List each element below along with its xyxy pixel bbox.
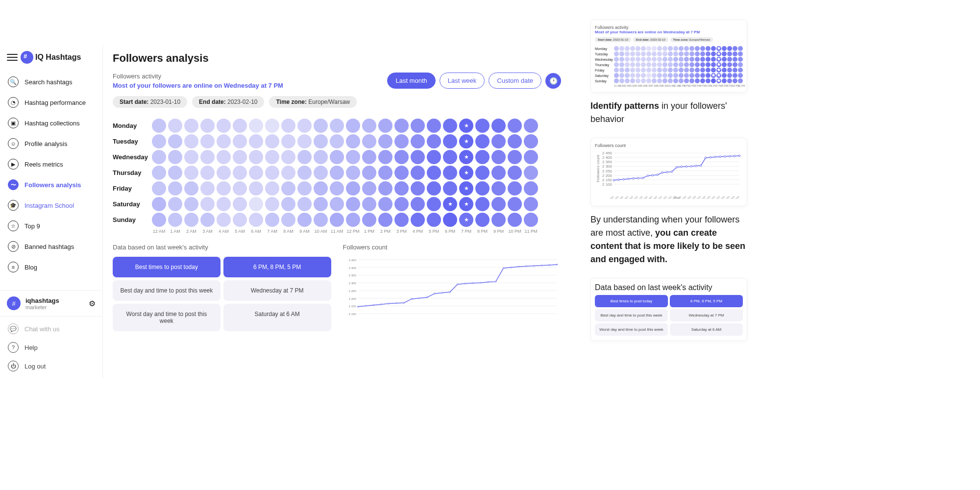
heatmap-cell[interactable]	[706, 78, 710, 83]
heatmap-cell[interactable]	[689, 73, 694, 78]
heatmap-cell[interactable]	[625, 78, 630, 83]
heatmap-cell[interactable]	[711, 57, 716, 62]
heatmap-cell[interactable]	[491, 166, 506, 180]
heatmap-cell[interactable]	[427, 181, 441, 196]
heatmap-cell[interactable]	[459, 134, 473, 148]
heatmap-cell[interactable]	[636, 51, 640, 56]
heatmap-cell[interactable]	[657, 68, 662, 73]
heatmap-cell[interactable]	[152, 197, 166, 211]
heatmap-cell[interactable]	[168, 150, 182, 164]
heatmap-cell[interactable]	[459, 197, 473, 211]
sidebar-item-1[interactable]: ◔Hashtag performance	[3, 93, 99, 112]
heatmap-cell[interactable]	[524, 213, 538, 227]
heatmap-cell[interactable]	[168, 119, 182, 133]
heatmap-cell[interactable]	[459, 150, 473, 164]
heatmap-cell[interactable]	[738, 57, 743, 62]
heatmap-cell[interactable]	[281, 166, 295, 180]
heatmap-cell[interactable]	[249, 197, 263, 211]
heatmap-cell[interactable]	[427, 150, 441, 164]
heatmap-cell[interactable]	[630, 68, 635, 73]
heatmap-cell[interactable]	[652, 68, 657, 73]
heatmap-cell[interactable]	[508, 213, 522, 227]
heatmap-cell[interactable]	[614, 78, 619, 83]
heatmap-cell[interactable]	[722, 57, 727, 62]
heatmap-cell[interactable]	[646, 46, 651, 51]
heatmap-cell[interactable]	[524, 181, 538, 196]
heatmap-cell[interactable]	[689, 68, 694, 73]
heatmap-cell[interactable]	[475, 181, 490, 196]
heatmap-cell[interactable]	[249, 166, 263, 180]
heatmap-cell[interactable]	[152, 166, 166, 180]
footer-item-1[interactable]: ?Help	[3, 338, 99, 357]
heatmap-cell[interactable]	[630, 62, 635, 67]
heatmap-cell[interactable]	[443, 166, 457, 180]
heatmap-cell[interactable]	[362, 134, 376, 148]
heatmap-cell[interactable]	[314, 197, 328, 211]
heatmap-cell[interactable]	[362, 181, 376, 196]
heatmap-cell[interactable]	[706, 62, 710, 67]
heatmap-cell[interactable]	[524, 197, 538, 211]
heatmap-cell[interactable]	[733, 57, 737, 62]
heatmap-cell[interactable]	[722, 73, 727, 78]
heatmap-cell[interactable]	[646, 51, 651, 56]
heatmap-cell[interactable]	[662, 68, 667, 73]
avatar[interactable]: #	[7, 296, 21, 310]
heatmap-cell[interactable]	[475, 197, 490, 211]
heatmap-cell[interactable]	[679, 73, 684, 78]
heatmap-cell[interactable]	[657, 62, 662, 67]
heatmap-cell[interactable]	[695, 62, 700, 67]
heatmap-cell[interactable]	[722, 46, 727, 51]
last-month-button[interactable]: Last month	[387, 73, 435, 89]
heatmap-cell[interactable]	[200, 166, 215, 180]
heatmap-cell[interactable]	[652, 51, 657, 56]
heatmap-cell[interactable]	[733, 62, 737, 67]
heatmap-cell[interactable]	[668, 46, 673, 51]
heatmap-cell[interactable]	[641, 51, 646, 56]
heatmap-cell[interactable]	[727, 57, 732, 62]
sidebar-item-0[interactable]: 🔍Search hashtags	[3, 73, 99, 91]
heatmap-cell[interactable]	[711, 51, 716, 56]
heatmap-cell[interactable]	[614, 46, 619, 51]
heatmap-cell[interactable]	[297, 150, 312, 164]
heatmap-cell[interactable]	[297, 181, 312, 196]
heatmap-cell[interactable]	[700, 46, 705, 51]
heatmap-cell[interactable]	[722, 62, 727, 67]
heatmap-cell[interactable]	[330, 181, 344, 196]
heatmap-cell[interactable]	[614, 51, 619, 56]
heatmap-cell[interactable]	[652, 78, 657, 83]
heatmap-cell[interactable]	[700, 62, 705, 67]
heatmap-cell[interactable]	[346, 181, 360, 196]
gear-icon[interactable]: ⚙	[89, 299, 96, 308]
heatmap-cell[interactable]	[443, 150, 457, 164]
heatmap-cell[interactable]	[427, 197, 441, 211]
heatmap-cell[interactable]	[700, 57, 705, 62]
heatmap-cell[interactable]	[233, 134, 247, 148]
heatmap-cell[interactable]	[673, 51, 678, 56]
heatmap-cell[interactable]	[684, 62, 689, 67]
heatmap-cell[interactable]	[679, 51, 684, 56]
heatmap-cell[interactable]	[200, 197, 215, 211]
heatmap-cell[interactable]	[249, 134, 263, 148]
heatmap-cell[interactable]	[679, 62, 684, 67]
heatmap-cell[interactable]	[330, 119, 344, 133]
heatmap-cell[interactable]	[727, 68, 732, 73]
heatmap-cell[interactable]	[652, 62, 657, 67]
heatmap-cell[interactable]	[630, 78, 635, 83]
heatmap-cell[interactable]	[614, 73, 619, 78]
heatmap-cell[interactable]	[636, 68, 640, 73]
heatmap-cell[interactable]	[411, 150, 425, 164]
heatmap-cell[interactable]	[733, 73, 737, 78]
heatmap-cell[interactable]	[662, 62, 667, 67]
heatmap-cell[interactable]	[662, 51, 667, 56]
heatmap-cell[interactable]	[184, 166, 198, 180]
heatmap-cell[interactable]	[314, 166, 328, 180]
heatmap-cell[interactable]	[330, 213, 344, 227]
heatmap-cell[interactable]	[443, 197, 457, 211]
heatmap-cell[interactable]	[217, 150, 231, 164]
heatmap-cell[interactable]	[394, 150, 409, 164]
heatmap-cell[interactable]	[362, 150, 376, 164]
heatmap-cell[interactable]	[711, 73, 716, 78]
heatmap-cell[interactable]	[394, 197, 409, 211]
heatmap-cell[interactable]	[625, 46, 630, 51]
heatmap-cell[interactable]	[394, 166, 409, 180]
